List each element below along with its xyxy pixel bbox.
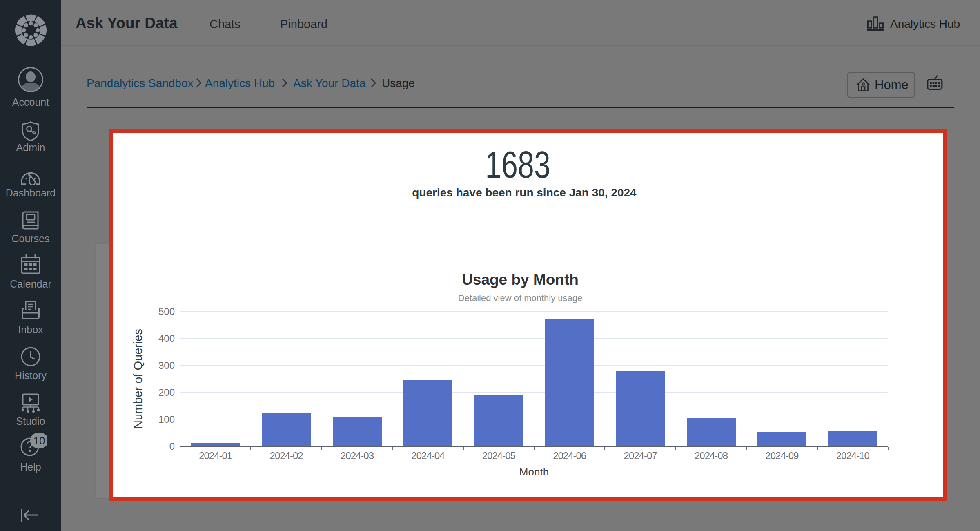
svg-text:10: 10	[33, 435, 45, 447]
